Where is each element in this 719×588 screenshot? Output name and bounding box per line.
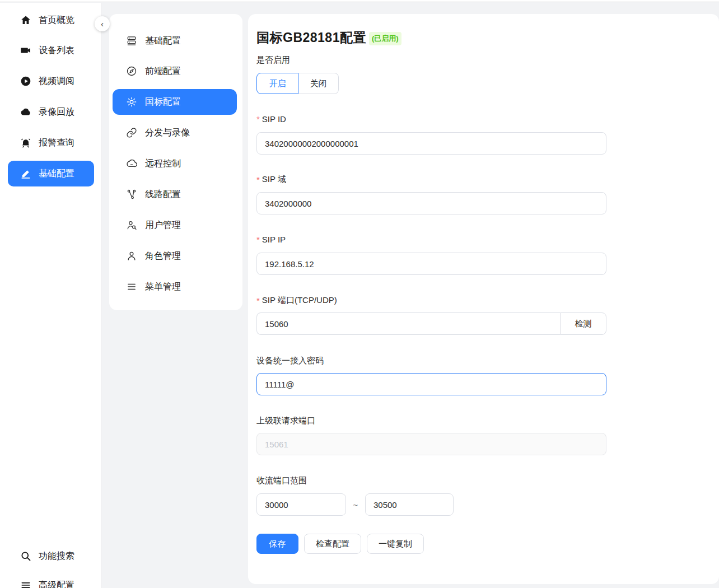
- window-top-edge: [0, 0, 719, 2]
- stream-port-range-label: 收流端口范围: [256, 475, 307, 486]
- required-marker: *: [256, 296, 260, 305]
- sip-ip-input[interactable]: [256, 253, 606, 275]
- subnav-item-label: 国标配置: [145, 96, 181, 108]
- sidebar-item-label: 基础配置: [39, 168, 74, 180]
- stream-port-to-input[interactable]: [365, 493, 454, 516]
- sidebar-item-basic-config[interactable]: 基础配置: [8, 161, 94, 186]
- enable-off-button[interactable]: 关闭: [298, 73, 339, 94]
- sip-port-input[interactable]: [256, 312, 560, 335]
- alarm-bell-icon: [20, 137, 31, 148]
- sidebar-item-label: 录像回放: [39, 106, 74, 118]
- sidebar-item-label: 设备列表: [39, 45, 74, 57]
- edit-pen-icon: [20, 168, 31, 179]
- play-circle-icon: [20, 76, 31, 87]
- required-marker: *: [256, 235, 260, 244]
- subnav-item-label: 菜单管理: [145, 281, 181, 293]
- stream-port-range-row: ~: [256, 493, 454, 516]
- sidebar-collapse-button[interactable]: ‹: [95, 16, 110, 31]
- sidebar-item-label: 首页概览: [39, 15, 74, 26]
- subnav-item-label: 远程控制: [145, 158, 181, 170]
- sidebar-item-label: 视频调阅: [39, 76, 74, 87]
- subnav-item-role-management[interactable]: 角色管理: [113, 243, 237, 269]
- compass-icon: [126, 66, 137, 77]
- access-password-input[interactable]: [256, 373, 606, 395]
- link-icon: [126, 127, 137, 138]
- sidebar-item-playback[interactable]: 录像回放: [8, 99, 94, 125]
- sidebar-item-label: 功能搜索: [39, 550, 74, 562]
- cascade-port-label: 上级联请求端口: [256, 416, 315, 426]
- range-separator: ~: [346, 500, 365, 510]
- subnav-item-label: 线路配置: [145, 189, 181, 200]
- subnav-item-label: 分发与录像: [145, 127, 190, 139]
- branch-nodes-icon: [126, 189, 137, 200]
- config-subnav: 基础配置 前端配置 国标配置 分发与录像 远程控制: [109, 14, 242, 310]
- sidebar-item-home[interactable]: 首页概览: [8, 7, 94, 33]
- cascade-port-input: [256, 433, 606, 455]
- subnav-item-distribution-recording[interactable]: 分发与录像: [113, 120, 237, 146]
- save-button[interactable]: 保存: [256, 534, 298, 554]
- user-icon: [126, 250, 137, 262]
- subnav-item-remote-control[interactable]: 远程控制: [113, 151, 237, 176]
- sidebar-item-devices[interactable]: 设备列表: [8, 38, 94, 63]
- sidebar-item-alarm-query[interactable]: 报警查询: [8, 130, 94, 156]
- panel-header: 国标GB28181配置 (已启用): [256, 29, 401, 46]
- gb-config-panel: 国标GB28181配置 (已启用) 是否启用 开启 关闭 * SIP ID * …: [248, 14, 719, 584]
- action-buttons: 保存 检查配置 一键复制: [256, 534, 424, 554]
- sip-domain-input[interactable]: [256, 192, 606, 214]
- primary-sidebar: 首页概览 设备列表 视频调阅 录像回放 报警查询: [0, 3, 101, 588]
- sip-id-label: * SIP ID: [256, 114, 286, 124]
- page-title: 国标GB28181配置: [256, 29, 366, 46]
- subnav-item-gb-config[interactable]: 国标配置: [113, 89, 237, 115]
- search-icon: [20, 550, 31, 562]
- required-marker: *: [256, 175, 260, 184]
- menu-lines-icon: [20, 580, 31, 588]
- sidebar-item-label: 报警查询: [39, 137, 74, 149]
- sidebar-item-video-review[interactable]: 视频调阅: [8, 68, 94, 94]
- port-check-button[interactable]: 检测: [560, 312, 606, 335]
- sidebar-item-label: 高级配置: [39, 580, 74, 588]
- subnav-item-menu-management[interactable]: 菜单管理: [113, 274, 237, 300]
- video-camera-icon: [20, 45, 31, 56]
- status-badge: (已启用): [369, 32, 401, 45]
- enable-label: 是否启用: [256, 55, 290, 66]
- subnav-item-label: 基础配置: [145, 35, 181, 47]
- access-password-label: 设备统一接入密码: [256, 356, 324, 366]
- gear-icon: [126, 96, 137, 108]
- chevron-left-icon: ‹: [101, 20, 104, 28]
- sip-port-group: 检测: [256, 312, 606, 335]
- sip-domain-label: * SIP 域: [256, 174, 286, 185]
- home-icon: [20, 15, 31, 26]
- sip-id-input[interactable]: [256, 132, 606, 155]
- subnav-item-line-config[interactable]: 线路配置: [113, 181, 237, 207]
- enable-toggle: 开启 关闭: [256, 73, 339, 94]
- stream-port-from-input[interactable]: [256, 493, 346, 516]
- server-rows-icon: [126, 35, 137, 46]
- cloud-icon: [20, 106, 31, 118]
- subnav-item-basic-config[interactable]: 基础配置: [113, 28, 237, 54]
- gb28181-config-page: 首页概览 设备列表 视频调阅 录像回放 报警查询: [0, 0, 719, 588]
- check-config-button[interactable]: 检查配置: [304, 534, 361, 554]
- subnav-item-label: 用户管理: [145, 220, 181, 231]
- one-click-copy-button[interactable]: 一键复制: [367, 534, 424, 554]
- sidebar-item-advanced-config[interactable]: 高级配置: [8, 572, 94, 588]
- sip-port-label: * SIP 端口(TCP/UDP): [256, 295, 337, 306]
- cloud-outline-icon: [126, 158, 137, 169]
- menu-lines-icon: [126, 281, 137, 292]
- required-marker: *: [256, 114, 260, 124]
- subnav-item-user-management[interactable]: 用户管理: [113, 212, 237, 238]
- subnav-item-label: 前端配置: [145, 66, 181, 77]
- user-search-icon: [126, 220, 137, 231]
- sidebar-item-function-search[interactable]: 功能搜索: [8, 543, 94, 569]
- subnav-item-label: 角色管理: [145, 250, 181, 262]
- sip-ip-label: * SIP IP: [256, 235, 286, 244]
- enable-on-button[interactable]: 开启: [256, 73, 298, 94]
- subnav-item-frontend-config[interactable]: 前端配置: [113, 58, 237, 84]
